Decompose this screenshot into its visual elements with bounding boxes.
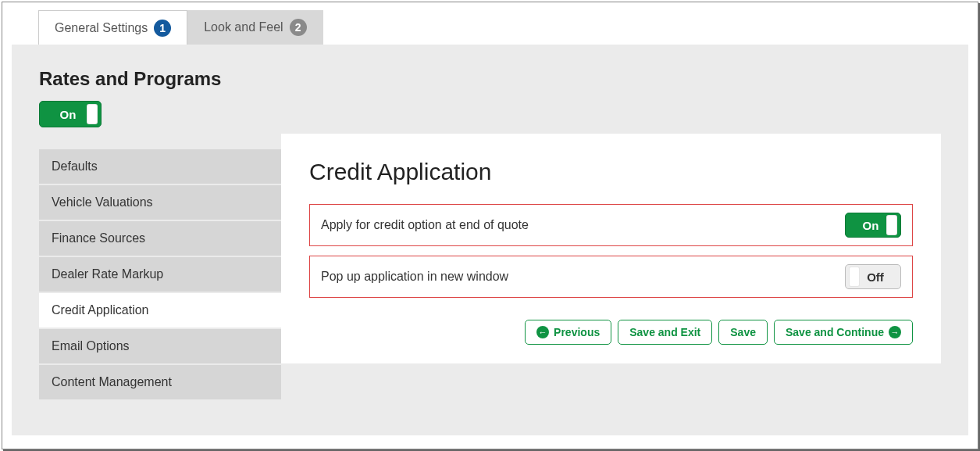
button-label: Save: [730, 326, 756, 338]
sidebar-item-email-options[interactable]: Email Options: [39, 329, 281, 363]
sidebar-item-label: Dealer Rate Markup: [52, 267, 163, 281]
tab-badge: 1: [154, 20, 171, 37]
toggle-knob: [87, 104, 98, 124]
button-label: Save and Continue: [786, 326, 884, 338]
tab-label: Look and Feel: [204, 20, 283, 34]
arrow-left-icon: ←: [536, 326, 549, 338]
toggle-knob: [849, 267, 860, 287]
setting-label: Pop up application in new window: [321, 270, 508, 284]
sidebar-item-defaults[interactable]: Defaults: [39, 149, 281, 184]
sidebar-item-label: Defaults: [52, 159, 98, 173]
sidebar-item-label: Email Options: [52, 339, 130, 353]
setting-apply-credit: Apply for credit option at end of quote …: [309, 204, 913, 246]
sidebar-item-finance-sources[interactable]: Finance Sources: [39, 221, 281, 256]
toggle-label: On: [49, 108, 87, 121]
setting-toggle-on[interactable]: On: [845, 213, 901, 238]
setting-toggle-off[interactable]: Off: [845, 264, 901, 289]
tab-look-and-feel[interactable]: Look and Feel 2: [187, 10, 323, 45]
sidebar-item-content-management[interactable]: Content Management: [39, 365, 281, 399]
columns: Defaults Vehicle Valuations Finance Sour…: [39, 149, 968, 399]
setting-label: Apply for credit option at end of quote: [321, 218, 529, 232]
button-row: ← Previous Save and Exit Save Save and C…: [309, 320, 913, 345]
sidebar-item-label: Content Management: [52, 375, 172, 388]
toggle-knob: [886, 215, 897, 235]
content-area: Rates and Programs On Defaults Vehicle V…: [12, 45, 968, 435]
sidebar-item-label: Vehicle Valuations: [52, 195, 153, 209]
tab-bar: General Settings 1 Look and Feel 2: [38, 10, 978, 45]
sidebar: Defaults Vehicle Valuations Finance Sour…: [39, 149, 281, 399]
section-title: Rates and Programs: [39, 68, 968, 90]
save-exit-button[interactable]: Save and Exit: [618, 320, 712, 345]
panel-title: Credit Application: [309, 159, 913, 185]
app-frame: General Settings 1 Look and Feel 2 Rates…: [2, 2, 978, 449]
button-label: Previous: [554, 326, 600, 338]
arrow-right-icon: →: [889, 326, 901, 338]
save-continue-button[interactable]: Save and Continue →: [774, 320, 913, 345]
main-panel: Credit Application Apply for credit opti…: [281, 134, 941, 363]
save-button[interactable]: Save: [718, 320, 768, 345]
sidebar-item-credit-application[interactable]: Credit Application: [39, 293, 281, 328]
toggle-label: Off: [860, 270, 891, 284]
sidebar-item-label: Finance Sources: [52, 231, 145, 245]
previous-button[interactable]: ← Previous: [525, 320, 611, 345]
button-label: Save and Exit: [629, 326, 700, 338]
sidebar-item-vehicle-valuations[interactable]: Vehicle Valuations: [39, 185, 281, 220]
section-toggle[interactable]: On: [39, 101, 102, 127]
tab-general-settings[interactable]: General Settings 1: [38, 10, 187, 45]
toggle-label: On: [855, 219, 886, 232]
tab-badge: 2: [290, 19, 307, 36]
tab-label: General Settings: [55, 21, 148, 35]
sidebar-item-label: Credit Application: [52, 303, 149, 317]
sidebar-item-dealer-rate-markup[interactable]: Dealer Rate Markup: [39, 257, 281, 292]
setting-popup-window: Pop up application in new window Off: [309, 256, 913, 298]
